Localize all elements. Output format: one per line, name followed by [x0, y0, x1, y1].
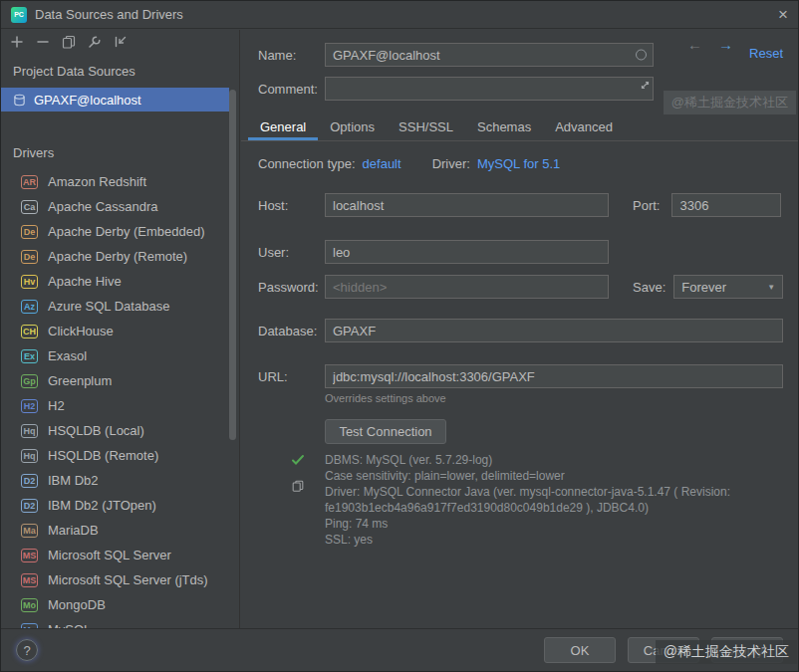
tab[interactable]: Options: [318, 113, 387, 140]
driver-label: Greenplum: [48, 373, 112, 388]
driver-icon: Az: [21, 300, 38, 314]
duplicate-icon[interactable]: [61, 34, 77, 50]
back-icon[interactable]: ←: [687, 36, 702, 53]
database-label: Database:: [258, 324, 325, 338]
comment-row: Comment:: [258, 76, 654, 102]
driver-icon: Hq: [21, 449, 38, 463]
connection-type-link[interactable]: default: [363, 156, 401, 171]
driver-label: Microsoft SQL Server: [48, 548, 171, 562]
driver-item[interactable]: Ex Exasol: [1, 343, 229, 368]
database-input[interactable]: [325, 319, 783, 342]
driver-label: Apache Derby (Embedded): [48, 224, 205, 239]
driver-label: MariaDB: [48, 523, 99, 538]
driver-item[interactable]: Az Azure SQL Database: [1, 294, 229, 319]
help-button[interactable]: ?: [16, 639, 38, 661]
driver-label: Exasol: [48, 348, 87, 363]
wrench-icon[interactable]: [87, 34, 103, 50]
driver-item[interactable]: MS Microsoft SQL Server (jTds): [1, 567, 229, 592]
name-input[interactable]: [325, 43, 654, 67]
driver-item[interactable]: AR Amazon Redshift: [1, 169, 229, 194]
driver-label: Azure SQL Database: [48, 299, 169, 314]
driver-item[interactable]: De Apache Derby (Remote): [1, 244, 229, 269]
user-label: User:: [258, 245, 325, 260]
tab[interactable]: SSH/SSL: [387, 113, 465, 140]
user-input[interactable]: [325, 240, 609, 264]
datasource-item[interactable]: GPAXF@localhost: [1, 88, 229, 112]
name-label: Name:: [258, 48, 325, 63]
driver-link[interactable]: MySQL for 5.1: [477, 156, 560, 171]
driver-item[interactable]: Mo MongoDB: [1, 592, 229, 617]
driver-icon: MS: [21, 549, 38, 562]
host-input[interactable]: [325, 193, 609, 217]
driver-item[interactable]: Hv Apache Hive: [1, 269, 229, 294]
driver-icon: MS: [21, 573, 38, 587]
result-line: DBMS: MySQL (ver. 5.7.29-log): [325, 452, 780, 468]
main-panel: ← → Reset Name: Comment: General: [241, 30, 798, 628]
reset-link[interactable]: Reset: [749, 46, 783, 61]
drivers-list: AR Amazon Redshift Ca Apache Cassandra D…: [1, 169, 229, 628]
connection-type-label: Connection type:: [258, 156, 356, 171]
url-hint: Overrides settings above: [325, 392, 446, 404]
driver-item[interactable]: D2 IBM Db2 (JTOpen): [1, 493, 229, 518]
url-input[interactable]: [325, 364, 783, 388]
tab[interactable]: Advanced: [543, 113, 625, 140]
driver-label: Apache Cassandra: [48, 199, 158, 214]
driver-item[interactable]: MS Microsoft SQL Server: [1, 543, 229, 567]
sidebar-scrollbar[interactable]: [229, 90, 236, 440]
driver-label: IBM Db2 (JTOpen): [48, 498, 156, 513]
expand-icon[interactable]: [640, 80, 651, 91]
cancel-button[interactable]: Cancel: [628, 637, 699, 663]
ok-button[interactable]: OK: [544, 637, 616, 663]
datasource-label: GPAXF@localhost: [34, 93, 141, 108]
password-input[interactable]: [325, 275, 609, 299]
driver-item[interactable]: Ma MariaDB: [1, 518, 229, 543]
host-label: Host:: [258, 198, 325, 213]
driver-item[interactable]: Hq HSQLDB (Local): [1, 418, 229, 443]
driver-item[interactable]: Gp Greenplum: [1, 368, 229, 393]
success-check-icon: [291, 453, 305, 470]
name-refresh-icon[interactable]: [636, 50, 647, 61]
driver-item[interactable]: CH ClickHouse: [1, 319, 229, 343]
save-dropdown[interactable]: Forever ▼: [673, 275, 783, 299]
driver-icon: De: [21, 250, 38, 264]
password-row: Password: Save: Forever ▼: [258, 274, 783, 300]
result-line: Ping: 74 ms: [325, 516, 780, 532]
driver-icon: D2: [21, 474, 38, 488]
test-connection-button[interactable]: Test Connection: [325, 419, 446, 444]
driver-icon: Mo: [21, 598, 38, 612]
forward-icon[interactable]: →: [718, 36, 733, 53]
name-row: Name:: [258, 42, 654, 68]
driver-item[interactable]: Hq HSQLDB (Remote): [1, 443, 229, 468]
result-line: Driver: MySQL Connector Java (ver. mysql…: [325, 484, 780, 516]
driver-item[interactable]: De Apache Derby (Embedded): [1, 219, 229, 244]
driver-label: ClickHouse: [48, 324, 114, 338]
save-label: Save:: [633, 280, 666, 295]
host-row: Host: Port:: [258, 192, 781, 218]
title-bar: PC Data Sources and Drivers ×: [1, 1, 798, 29]
driver-item[interactable]: My MySQL: [1, 617, 229, 628]
port-label: Port:: [633, 198, 660, 213]
tab[interactable]: General: [248, 113, 318, 140]
driver-icon: Hq: [21, 424, 38, 438]
driver-label: H2: [48, 398, 65, 413]
comment-input[interactable]: [325, 77, 654, 101]
driver-icon: De: [21, 225, 38, 239]
add-icon[interactable]: [9, 34, 25, 50]
close-icon[interactable]: ×: [778, 6, 788, 23]
driver-label: HSQLDB (Remote): [48, 448, 158, 463]
import-arrow-icon[interactable]: [113, 34, 129, 50]
tab[interactable]: Schemas: [465, 113, 543, 140]
remove-icon[interactable]: [35, 34, 51, 50]
project-data-sources-header: Project Data Sources: [13, 64, 135, 79]
driver-item[interactable]: Ca Apache Cassandra: [1, 194, 229, 219]
driver-item[interactable]: H2 H2: [1, 393, 229, 418]
apply-button[interactable]: Apply: [711, 637, 783, 663]
driver-item[interactable]: D2 IBM Db2: [1, 468, 229, 493]
tab-bar: General Options SSH/SSL Schemas Advanced: [241, 113, 798, 141]
port-input[interactable]: [671, 193, 781, 217]
result-line: SSL: yes: [325, 532, 780, 548]
history-nav: ← →: [687, 36, 733, 53]
copy-result-icon[interactable]: [291, 479, 305, 496]
database-icon: [13, 94, 26, 107]
app-icon: PC: [11, 7, 27, 23]
